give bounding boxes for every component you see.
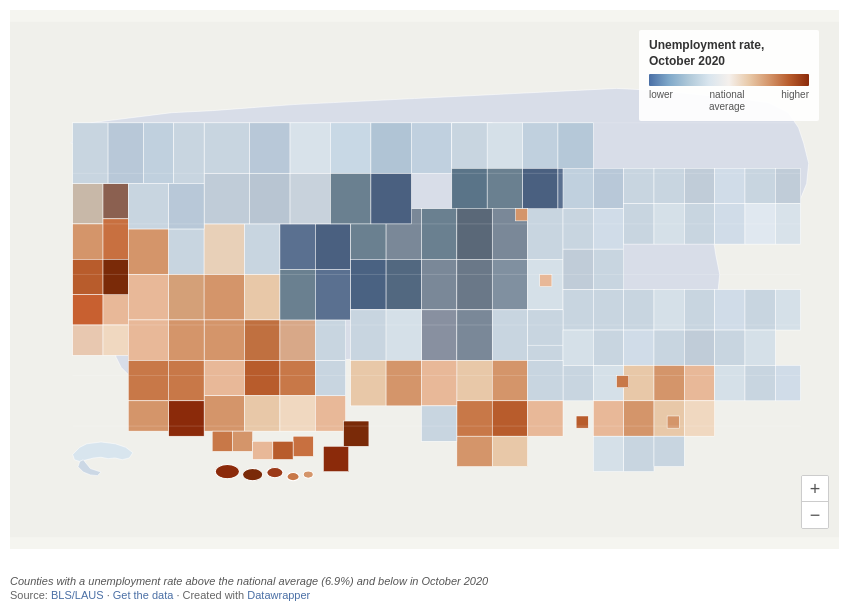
svg-rect-3: [73, 224, 103, 259]
svg-rect-79: [593, 168, 623, 208]
svg-rect-66: [421, 209, 456, 260]
svg-rect-80: [563, 209, 593, 249]
svg-rect-151: [128, 183, 168, 228]
svg-rect-64: [523, 168, 558, 213]
svg-rect-56: [330, 173, 370, 224]
svg-rect-63: [487, 168, 522, 213]
svg-rect-22: [245, 224, 280, 275]
svg-point-166: [287, 473, 299, 481]
svg-rect-57: [371, 173, 411, 224]
svg-rect-71: [457, 310, 492, 361]
svg-rect-146: [128, 401, 168, 431]
svg-rect-171: [273, 441, 293, 459]
zoom-out-button[interactable]: −: [802, 502, 828, 528]
bls-laus-link[interactable]: BLS/LAUS: [51, 589, 104, 601]
svg-rect-111: [745, 330, 775, 365]
svg-rect-89: [775, 168, 800, 203]
svg-rect-62: [452, 168, 487, 213]
svg-rect-74: [492, 310, 527, 361]
svg-rect-29: [280, 360, 315, 395]
footer: Counties with a unemployment rate above …: [10, 575, 839, 601]
svg-rect-7: [103, 259, 128, 299]
svg-rect-149: [143, 123, 173, 184]
svg-rect-82: [563, 249, 593, 289]
svg-rect-139: [421, 360, 456, 405]
svg-rect-97: [593, 290, 623, 330]
datawrapper-link[interactable]: Datawrapper: [247, 589, 310, 601]
svg-rect-81: [593, 209, 623, 249]
svg-rect-116: [684, 365, 714, 400]
svg-rect-39: [315, 269, 350, 320]
svg-rect-100: [684, 290, 714, 330]
svg-rect-144: [128, 320, 168, 360]
svg-rect-108: [654, 330, 684, 365]
svg-point-163: [215, 465, 239, 479]
svg-rect-156: [515, 209, 527, 221]
svg-rect-124: [593, 436, 623, 471]
svg-rect-99: [654, 290, 684, 330]
svg-rect-61: [558, 123, 593, 168]
svg-rect-142: [169, 360, 204, 400]
svg-rect-51: [411, 123, 451, 174]
svg-rect-35: [315, 320, 345, 360]
svg-rect-67: [421, 259, 456, 310]
svg-rect-53: [204, 173, 249, 224]
svg-rect-140: [421, 406, 456, 441]
svg-rect-120: [593, 401, 623, 436]
svg-rect-145: [128, 360, 168, 400]
svg-rect-69: [457, 209, 492, 260]
svg-rect-119: [775, 365, 800, 400]
svg-rect-73: [492, 259, 527, 310]
source-line: Source: BLS/LAUS · Get the data · Create…: [10, 589, 839, 601]
svg-rect-54: [250, 173, 290, 224]
svg-rect-135: [351, 310, 386, 361]
svg-rect-30: [204, 396, 244, 431]
svg-rect-47: [250, 123, 290, 174]
svg-rect-148: [108, 123, 143, 184]
svg-rect-78: [563, 168, 593, 208]
svg-rect-106: [593, 330, 623, 365]
svg-rect-48: [290, 123, 330, 174]
get-data-link[interactable]: Get the data: [113, 589, 174, 601]
svg-rect-16: [169, 229, 204, 274]
svg-rect-10: [73, 325, 103, 355]
svg-rect-117: [715, 365, 745, 400]
svg-rect-132: [528, 401, 563, 436]
created-with-text: · Created with: [176, 589, 247, 601]
svg-rect-68: [421, 310, 456, 361]
svg-rect-11: [103, 325, 128, 355]
svg-rect-153: [344, 421, 369, 446]
svg-rect-75: [528, 209, 563, 260]
legend-gradient: [649, 74, 809, 86]
svg-rect-28: [245, 360, 280, 395]
svg-rect-133: [457, 436, 492, 466]
svg-rect-50: [371, 123, 411, 174]
svg-rect-125: [624, 436, 654, 471]
svg-rect-59: [487, 123, 522, 168]
svg-rect-112: [563, 365, 593, 400]
svg-rect-121: [624, 401, 654, 436]
zoom-in-button[interactable]: +: [802, 476, 828, 502]
svg-rect-9: [103, 295, 128, 325]
svg-rect-137: [351, 360, 386, 405]
svg-rect-31: [245, 396, 280, 431]
svg-rect-115: [654, 365, 684, 400]
svg-rect-8: [73, 295, 103, 325]
svg-rect-130: [457, 401, 492, 436]
svg-rect-102: [745, 290, 775, 330]
svg-rect-83: [593, 249, 623, 289]
svg-rect-23: [245, 274, 280, 319]
svg-rect-107: [624, 330, 654, 365]
svg-rect-170: [253, 441, 273, 459]
source-prefix: Source:: [10, 589, 48, 601]
caption-text: Counties with a unemployment rate above …: [10, 575, 839, 587]
svg-rect-19: [204, 224, 244, 275]
svg-rect-85: [654, 168, 684, 203]
svg-rect-41: [351, 259, 386, 310]
svg-rect-147: [73, 123, 108, 184]
svg-rect-38: [315, 224, 350, 269]
svg-rect-25: [245, 320, 280, 360]
legend-label-higher: higher: [781, 89, 809, 113]
legend-label-national: nationalaverage: [709, 89, 745, 113]
svg-rect-168: [212, 431, 232, 451]
